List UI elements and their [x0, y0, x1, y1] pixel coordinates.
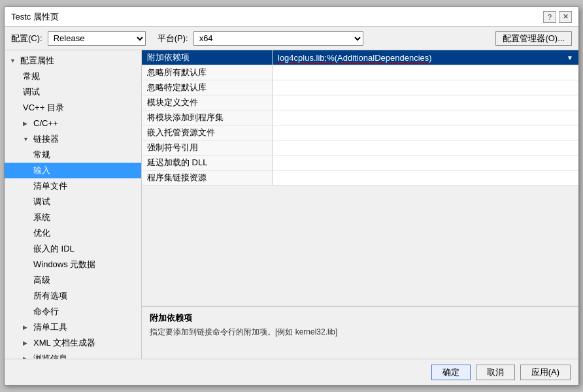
description-area: 附加依赖项 指定要添加到链接命令行的附加项。[例如 kernel32.lib] — [142, 306, 578, 359]
arrow-browse-info — [23, 352, 31, 359]
arrow-manifest-tool — [23, 321, 31, 334]
sidebar-item-linker[interactable]: 链接器 — [5, 131, 141, 147]
sidebar-item-cpp[interactable]: C/C++ — [5, 116, 141, 131]
sidebar-item-linker-allopt[interactable]: 所有选项 — [5, 288, 141, 304]
sidebar-item-manifest-tool[interactable]: 清单工具 — [5, 319, 141, 335]
description-title: 附加依赖项 — [150, 312, 571, 324]
arrow-xml-gen — [23, 336, 31, 350]
main-area: 配置属性 常规 调试 VC++ 目录 C/C++ 链接器 常规 输入 清单文件 … — [5, 50, 578, 359]
sidebar-label-cpp: C/C++ — [33, 117, 58, 130]
content-area: 附加依赖项 log4cplus.lib;%(AdditionalDependen… — [142, 50, 578, 359]
sidebar-item-linker-advanced[interactable]: 高级 — [5, 272, 141, 288]
prop-name-embed-managed-res: 嵌入托管资源文件 — [142, 125, 273, 140]
footer: 确定 取消 应用(A) — [5, 359, 578, 385]
sidebar-item-browse-info[interactable]: 浏览信息 — [5, 351, 141, 359]
prop-name-additional-deps: 附加依赖项 — [142, 50, 273, 65]
sidebar-label-linker: 链接器 — [33, 133, 59, 146]
apply-button[interactable]: 应用(A) — [520, 365, 571, 380]
description-text: 指定要添加到链接命令行的附加项。[例如 kernel32.lib] — [150, 327, 571, 338]
sidebar-item-linker-idl[interactable]: 嵌入的 IDL — [5, 241, 141, 257]
sidebar-label-manifest-tool: 清单工具 — [33, 321, 67, 334]
sidebar-item-linker-cmdline[interactable]: 命令行 — [5, 304, 141, 319]
prop-row-add-module-to-assembly[interactable]: 将模块添加到程序集 — [142, 110, 578, 125]
prop-name-force-symbol-ref: 强制符号引用 — [142, 140, 273, 155]
prop-row-assembly-link-res[interactable]: 程序集链接资源 — [142, 171, 578, 186]
arrow-config-props — [10, 54, 18, 67]
prop-value-embed-managed-res — [273, 125, 578, 140]
title-bar: Testc 属性页 ? ✕ — [5, 7, 578, 27]
prop-name-module-def: 模块定义文件 — [142, 95, 273, 110]
prop-row-force-symbol-ref[interactable]: 强制符号引用 — [142, 140, 578, 155]
platform-label: 平台(P): — [158, 33, 188, 44]
prop-name-delay-load-dlls: 延迟加载的 DLL — [142, 155, 273, 170]
prop-name-assembly-link-res: 程序集链接资源 — [142, 171, 273, 185]
config-label: 配置(C): — [11, 33, 42, 44]
prop-value-assembly-link-res — [273, 171, 578, 185]
prop-value-force-symbol-ref — [273, 140, 578, 155]
prop-value-ignore-default-libs — [273, 65, 578, 80]
sidebar: 配置属性 常规 调试 VC++ 目录 C/C++ 链接器 常规 输入 清单文件 … — [5, 50, 142, 359]
prop-row-module-def[interactable]: 模块定义文件 — [142, 95, 578, 110]
prop-value-text-additional-deps: log4cplus.lib;%(AdditionalDependencies) — [278, 53, 567, 63]
sidebar-item-linker-optimize[interactable]: 优化 — [5, 225, 141, 241]
sidebar-item-linker-debug[interactable]: 调试 — [5, 194, 141, 210]
prop-value-module-def — [273, 95, 578, 110]
property-table: 附加依赖项 log4cplus.lib;%(AdditionalDependen… — [142, 50, 578, 306]
close-button[interactable]: ✕ — [559, 11, 572, 23]
sidebar-item-vc-dirs[interactable]: VC++ 目录 — [5, 100, 141, 116]
prop-value-additional-deps[interactable]: log4cplus.lib;%(AdditionalDependencies) … — [273, 50, 578, 65]
prop-name-ignore-default-libs: 忽略所有默认库 — [142, 65, 273, 80]
cancel-button[interactable]: 取消 — [476, 365, 515, 380]
prop-value-add-module-to-assembly — [273, 110, 578, 125]
arrow-linker — [23, 133, 31, 146]
prop-row-delay-load-dlls[interactable]: 延迟加载的 DLL — [142, 155, 578, 171]
ok-button[interactable]: 确定 — [431, 365, 471, 380]
arrow-cpp — [23, 117, 31, 130]
prop-row-embed-managed-res[interactable]: 嵌入托管资源文件 — [142, 125, 578, 140]
sidebar-item-linker-winmeta[interactable]: Windows 元数据 — [5, 257, 141, 272]
prop-row-ignore-specific-libs[interactable]: 忽略特定默认库 — [142, 80, 578, 95]
sidebar-item-general[interactable]: 常规 — [5, 69, 141, 84]
sidebar-item-linker-system[interactable]: 系统 — [5, 210, 141, 225]
config-manager-button[interactable]: 配置管理器(O)... — [495, 31, 572, 46]
dropdown-arrow-additional-deps[interactable]: ▼ — [567, 54, 573, 61]
title-bar-controls: ? ✕ — [543, 11, 572, 23]
sidebar-item-linker-input[interactable]: 输入 — [5, 163, 141, 178]
sidebar-item-linker-general[interactable]: 常规 — [5, 147, 141, 163]
config-select[interactable]: Release — [48, 31, 146, 46]
prop-row-ignore-default-libs[interactable]: 忽略所有默认库 — [142, 65, 578, 80]
sidebar-item-config-props[interactable]: 配置属性 — [5, 53, 141, 69]
sidebar-item-linker-manifest[interactable]: 清单文件 — [5, 178, 141, 194]
help-button[interactable]: ? — [543, 11, 556, 23]
prop-name-add-module-to-assembly: 将模块添加到程序集 — [142, 110, 273, 125]
sidebar-item-debug[interactable]: 调试 — [5, 84, 141, 100]
toolbar: 配置(C): Release 平台(P): x64 配置管理器(O)... — [5, 27, 578, 50]
main-dialog: Testc 属性页 ? ✕ 配置(C): Release 平台(P): x64 … — [4, 7, 579, 385]
sidebar-label-browse-info: 浏览信息 — [33, 352, 67, 359]
sidebar-label-config-props: 配置属性 — [20, 54, 54, 67]
prop-row-additional-deps[interactable]: 附加依赖项 log4cplus.lib;%(AdditionalDependen… — [142, 50, 578, 65]
sidebar-item-xml-gen[interactable]: XML 文档生成器 — [5, 335, 141, 351]
dialog-title: Testc 属性页 — [11, 11, 59, 23]
prop-value-delay-load-dlls — [273, 155, 578, 170]
prop-name-ignore-specific-libs: 忽略特定默认库 — [142, 80, 273, 95]
sidebar-label-xml-gen: XML 文档生成器 — [33, 336, 95, 350]
platform-select[interactable]: x64 — [193, 31, 363, 46]
prop-value-ignore-specific-libs — [273, 80, 578, 95]
